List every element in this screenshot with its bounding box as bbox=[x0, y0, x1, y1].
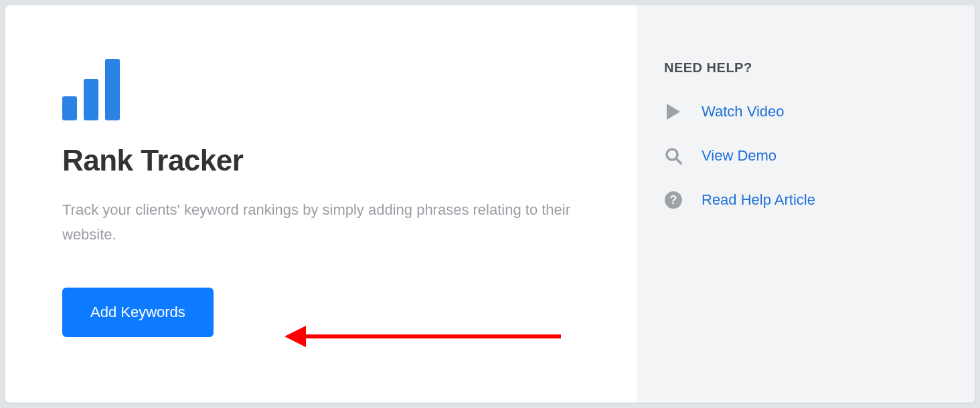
help-item-watch-video[interactable]: Watch Video bbox=[664, 102, 934, 121]
page-description: Track your clients' keyword rankings by … bbox=[62, 197, 571, 247]
help-item-view-demo[interactable]: View Demo bbox=[664, 146, 934, 165]
page-title: Rank Tracker bbox=[62, 144, 584, 177]
help-item-read-article[interactable]: ? Read Help Article bbox=[664, 191, 934, 209]
svg-line-4 bbox=[676, 159, 681, 164]
help-item-label: View Demo bbox=[702, 147, 777, 165]
help-sidebar: NEED HELP? Watch Video View Demo ? Read … bbox=[637, 5, 975, 403]
rank-tracker-card: Rank Tracker Track your clients' keyword… bbox=[5, 5, 975, 403]
svg-marker-2 bbox=[667, 104, 680, 120]
sidebar-heading: NEED HELP? bbox=[664, 60, 934, 76]
question-circle-icon: ? bbox=[664, 191, 683, 209]
help-item-label: Watch Video bbox=[702, 103, 785, 120]
svg-text:?: ? bbox=[670, 193, 677, 207]
arrow-annotation-icon bbox=[283, 320, 564, 353]
help-item-label: Read Help Article bbox=[702, 191, 815, 209]
play-icon bbox=[664, 102, 683, 121]
add-keywords-button[interactable]: Add Keywords bbox=[62, 288, 214, 337]
search-icon bbox=[664, 146, 683, 165]
bar-chart-icon bbox=[62, 59, 584, 120]
svg-marker-1 bbox=[284, 326, 306, 347]
main-panel: Rank Tracker Track your clients' keyword… bbox=[5, 5, 637, 403]
